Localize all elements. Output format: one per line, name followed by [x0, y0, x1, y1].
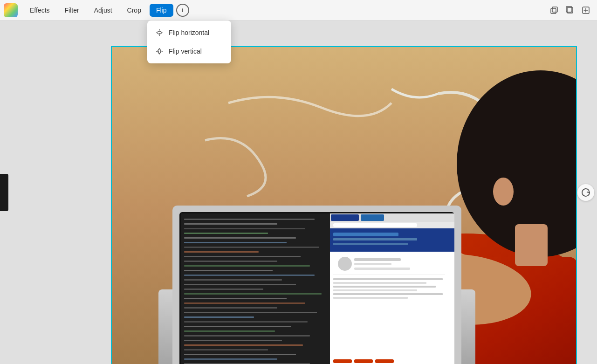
nav-filter[interactable]: Filter	[58, 4, 86, 17]
svg-rect-73	[354, 268, 410, 270]
svg-rect-54	[184, 344, 303, 346]
app-logo	[4, 3, 18, 17]
toolbar: Effects Filter Adjust Crop Flip i	[0, 0, 597, 21]
svg-rect-50	[184, 326, 291, 327]
flip-horizontal-icon	[155, 28, 164, 37]
add-button[interactable]	[579, 4, 592, 17]
svg-rect-16	[515, 224, 548, 266]
svg-rect-72	[354, 263, 391, 265]
svg-rect-27	[184, 219, 315, 220]
svg-rect-51	[184, 330, 275, 332]
duplicate-icon	[566, 6, 574, 14]
svg-rect-44	[184, 298, 287, 299]
svg-rect-32	[184, 242, 287, 243]
svg-point-15	[493, 178, 514, 206]
svg-rect-83	[375, 359, 394, 363]
svg-rect-74	[333, 275, 445, 275]
svg-rect-55	[184, 349, 268, 350]
image-canvas[interactable]	[111, 46, 577, 364]
svg-rect-45	[184, 302, 305, 304]
svg-rect-40	[184, 279, 282, 281]
copy-to-layer-button[interactable]	[548, 4, 561, 17]
svg-rect-47	[184, 312, 317, 313]
svg-rect-29	[184, 228, 305, 229]
flip-horizontal-label: Flip horizontal	[169, 29, 209, 36]
svg-rect-68	[333, 243, 408, 245]
svg-rect-82	[354, 359, 373, 363]
svg-rect-37	[184, 265, 310, 267]
svg-rect-46	[184, 307, 277, 309]
svg-rect-28	[184, 223, 277, 225]
svg-rect-78	[333, 289, 417, 291]
svg-rect-77	[333, 286, 436, 288]
svg-rect-56	[184, 354, 296, 355]
flip-dropdown-menu: Flip horizontal Flip vertical	[147, 21, 231, 63]
nav-flip[interactable]: Flip	[150, 4, 173, 17]
svg-rect-67	[333, 238, 417, 240]
svg-rect-33	[184, 247, 319, 248]
nav-adjust[interactable]: Adjust	[88, 4, 119, 17]
left-panel	[0, 174, 8, 211]
svg-rect-0	[551, 8, 556, 14]
svg-rect-31	[184, 237, 296, 239]
svg-rect-53	[184, 340, 282, 341]
svg-rect-81	[333, 359, 352, 363]
svg-rect-30	[184, 233, 268, 234]
svg-rect-34	[184, 251, 259, 253]
svg-point-70	[338, 257, 352, 271]
svg-rect-76	[333, 282, 426, 284]
svg-rect-52	[184, 335, 310, 337]
svg-rect-61	[331, 214, 359, 221]
duplicate-button[interactable]	[563, 4, 576, 17]
svg-rect-62	[361, 214, 384, 221]
svg-rect-66	[333, 233, 398, 236]
nav-effects[interactable]: Effects	[23, 4, 56, 17]
svg-rect-38	[184, 270, 273, 271]
flip-vertical-icon	[155, 47, 164, 56]
toolbar-right-actions	[548, 4, 592, 17]
rotate-icon	[581, 187, 591, 198]
svg-rect-64	[333, 223, 417, 227]
svg-rect-48	[184, 316, 254, 318]
info-button[interactable]: i	[176, 4, 189, 17]
flip-vertical-item[interactable]: Flip vertical	[147, 42, 231, 61]
svg-rect-39	[184, 275, 315, 276]
copy-layer-icon	[550, 6, 558, 14]
svg-rect-79	[333, 293, 443, 295]
laptop-scene-svg	[112, 47, 577, 364]
add-icon	[582, 6, 590, 14]
svg-rect-1	[552, 7, 557, 12]
flip-vertical-label: Flip vertical	[169, 48, 202, 55]
svg-rect-42	[184, 288, 263, 290]
toolbar-nav: Effects Filter Adjust Crop Flip i	[23, 4, 189, 17]
svg-rect-57	[184, 358, 277, 360]
main-content	[0, 21, 597, 364]
svg-rect-49	[184, 321, 308, 323]
nav-crop[interactable]: Crop	[121, 4, 148, 17]
svg-rect-14	[508, 131, 577, 224]
svg-rect-75	[333, 278, 443, 280]
rotate-button[interactable]	[577, 184, 594, 201]
svg-rect-80	[333, 297, 408, 299]
svg-rect-41	[184, 284, 296, 285]
svg-rect-71	[354, 258, 401, 261]
flip-horizontal-item[interactable]: Flip horizontal	[147, 23, 231, 42]
svg-rect-36	[184, 261, 277, 262]
svg-rect-35	[184, 256, 301, 257]
svg-rect-43	[184, 293, 322, 295]
